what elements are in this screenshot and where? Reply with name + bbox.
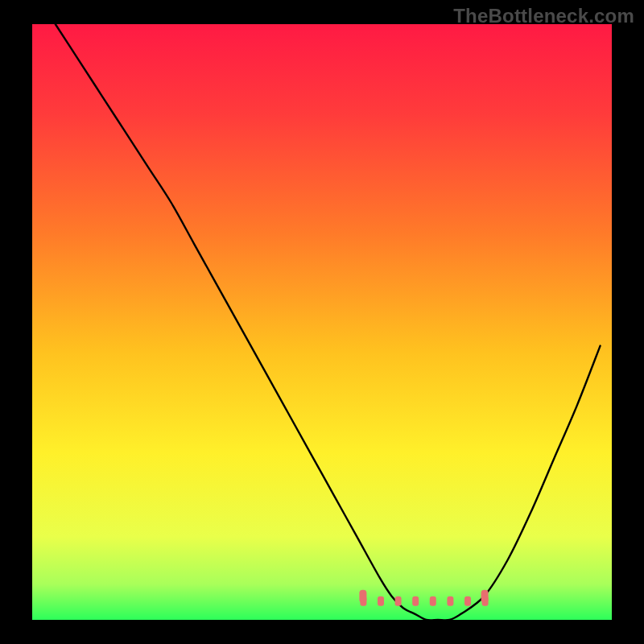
chart-lines	[0, 0, 644, 644]
watermark-text: TheBottleneck.com	[453, 5, 634, 27]
chart-frame: TheBottleneck.com	[0, 0, 644, 644]
min-dot-end	[481, 590, 489, 603]
min-dot	[430, 597, 436, 606]
min-dot	[395, 597, 402, 606]
min-dot	[412, 597, 419, 606]
min-dot	[464, 597, 471, 606]
min-band-dots	[359, 590, 488, 606]
min-dot	[378, 597, 384, 606]
min-dot-end	[359, 590, 366, 603]
min-dot	[447, 597, 453, 606]
bottleneck-curve	[56, 24, 601, 621]
